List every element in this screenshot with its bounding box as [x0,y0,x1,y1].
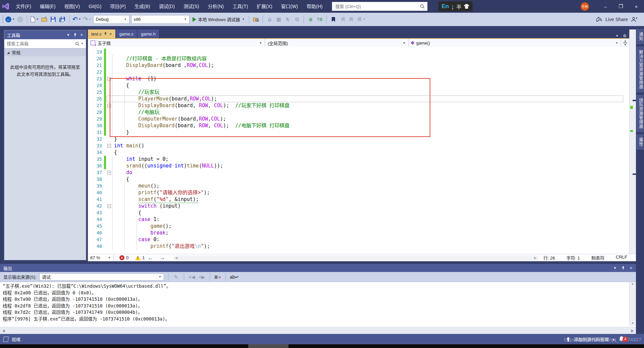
code-text[interactable]: break; [114,229,169,236]
chevron-down-icon[interactable]: ▼ [615,34,619,38]
open-file-button[interactable] [41,15,48,24]
prev-bookmark-button[interactable] [339,15,346,24]
code-line[interactable]: 44 case 1: [88,216,629,223]
window-position-icon[interactable]: ▼ [613,266,617,270]
scope-dropdown[interactable]: (全局范围) ▼ [265,39,409,47]
split-window-button[interactable] [621,39,629,47]
code-text[interactable]: //打印棋盘 - 本质是打印数组内容 [114,55,207,62]
code-text[interactable]: DisplayBoard(board ,ROW,COL); [114,62,214,69]
code-text[interactable]: { [114,149,117,156]
menu-item[interactable]: 项目(P) [106,0,130,13]
ime-indicator[interactable]: En ；半 [438,1,473,11]
user-avatar[interactable]: 艺林 [581,2,589,11]
member-dropdown[interactable]: game() ▼ [409,39,621,47]
add-user-icon[interactable] [631,17,637,22]
code-line[interactable]: 39 meun(); [88,183,629,189]
code-line[interactable]: 34{ [88,149,629,156]
toggle-bookmark-button[interactable] [330,15,337,24]
minimize-button[interactable]: – [598,0,613,13]
code-text[interactable]: printf("退出游戏\n"); [114,243,210,250]
new-file-button[interactable]: ▼ [30,15,39,24]
navigate-forward-arrow[interactable]: → [159,255,165,261]
navigate-back-arrow[interactable]: ← [148,255,153,261]
code-text[interactable]: do [114,169,132,176]
clear-all-icon[interactable]: ≣✕ [214,274,221,280]
navigate-back-button[interactable]: ←▼ [5,15,15,24]
code-text[interactable]: printf("请输入你的选择>"); [114,189,210,196]
close-icon[interactable]: ✕ [630,266,633,270]
solution-platform-combo[interactable]: x86▼ [131,15,190,24]
notifications-bell[interactable]: 4 [619,336,625,343]
code-line[interactable]: 33–int main() [88,142,629,149]
line-indicator[interactable]: 行: 26 [543,255,555,261]
find-message-icon[interactable]: ✎ [172,274,180,280]
code-line[interactable]: 37– do [88,169,629,176]
column-indicator[interactable]: 字符: 1 [567,255,580,261]
document-tab-test.c[interactable]: test.c× [88,29,115,38]
scroll-left-icon[interactable]: ◀ [175,256,177,260]
output-source-combo[interactable]: 调试 ▼ [39,273,164,281]
warning-count[interactable]: 1 [142,255,145,260]
publish-up-arrow-icon[interactable] [566,337,571,342]
code-text[interactable]: int input = 0; [114,156,169,162]
menu-item[interactable]: 调试(D) [155,0,179,13]
pointer-button[interactable] [284,15,291,24]
scroll-right-icon[interactable]: ▶ [631,329,634,333]
word-wrap-icon[interactable]: ab↵ [230,274,237,280]
search-icon[interactable] [75,42,79,46]
code-line[interactable]: 20 //打印棋盘 - 本质是打印数组内容 [88,55,629,62]
right-tab-团队资源管理器[interactable]: 团队资源管理器 [636,95,644,132]
close-icon[interactable]: × [109,31,112,37]
code-text[interactable]: meun(); [114,183,159,189]
code-line[interactable]: 42– switch (input) [88,203,629,209]
menu-item[interactable]: 测试(S) [179,0,204,13]
pin-icon[interactable] [104,31,107,37]
next-bookmark-button[interactable] [348,15,355,24]
document-tab-game.c[interactable]: game.c [116,29,137,38]
tabs-indicator[interactable]: 制表符 [591,255,604,261]
output-log[interactable]: “五子棋.exe”(Win32): 已加载“C:\Windows\SysWOW6… [0,282,636,327]
code-line[interactable]: 40 printf("请输入你的选择>"); [88,189,629,196]
quick-search-box[interactable] [332,2,428,11]
code-line[interactable]: 36 srand((unsigned int)time(NULL)); [88,162,629,169]
close-icon[interactable]: ✕ [80,33,83,37]
menu-item[interactable]: 帮助(H) [302,0,327,13]
error-count[interactable]: 0 [126,255,128,260]
output-header[interactable]: 输出 ▼ ✕ [0,264,636,272]
code-line[interactable]: 43 { [88,209,629,216]
project-dropdown[interactable]: 五子棋 ▼ [88,39,265,47]
code-line[interactable]: 41 scanf("%d", &input); [88,196,629,203]
output-horizontal-scrollbar[interactable]: ◀ ▶ [0,327,636,334]
scroll-right-icon[interactable]: ▶ [534,256,537,260]
clear-bookmarks-button[interactable]: ▼ [357,15,365,24]
copy-button[interactable]: ⧉ [293,15,301,24]
start-debugging-button[interactable]: 本地 Windows 调试器 ▼ [191,16,246,22]
menu-item[interactable]: 分析(N) [204,0,228,13]
code-text[interactable]: scanf("%d", &input); [114,196,199,203]
home-button[interactable]: ⌂ [266,15,273,24]
undo-button[interactable]: ↶▼ [72,15,81,24]
menu-item[interactable]: 生成(B) [130,0,155,13]
next-message-icon[interactable]: ≡▶ [198,274,206,280]
redo-button[interactable]: ↷▼ [83,15,92,24]
menu-item[interactable]: 编辑(E) [36,0,60,13]
toolbox-search-input[interactable] [5,40,73,48]
menu-item[interactable]: 工具(T) [228,0,252,13]
save-button[interactable] [50,15,57,24]
prev-message-icon[interactable]: ≡◀ [188,274,196,280]
grid-button[interactable]: ▦ [275,15,282,24]
zoom-level-combo[interactable]: 67 % ▼ [88,255,113,261]
code-text[interactable]: game(); [114,223,172,229]
fold-marker-icon[interactable]: – [107,204,111,208]
menu-item[interactable]: 窗口(W) [277,0,303,13]
document-tab-game.h[interactable]: game.h [138,29,159,38]
restore-button[interactable]: ❐ [613,0,629,13]
right-tab-通知[interactable]: 通知 [636,29,644,44]
editor-vertical-scrollbar[interactable] [629,29,636,254]
code-line[interactable]: 48 printf("退出游戏\n"); [88,243,629,250]
code-line[interactable]: 47 case 0: [88,236,629,243]
add-to-source-control-button[interactable]: 添加到源代码管理 [574,336,609,342]
menu-item[interactable]: Git(G) [84,0,106,13]
right-tab-解决方案资源管理器[interactable]: 解决方案资源管理器 [636,47,644,92]
code-line[interactable]: 22 [88,69,629,75]
